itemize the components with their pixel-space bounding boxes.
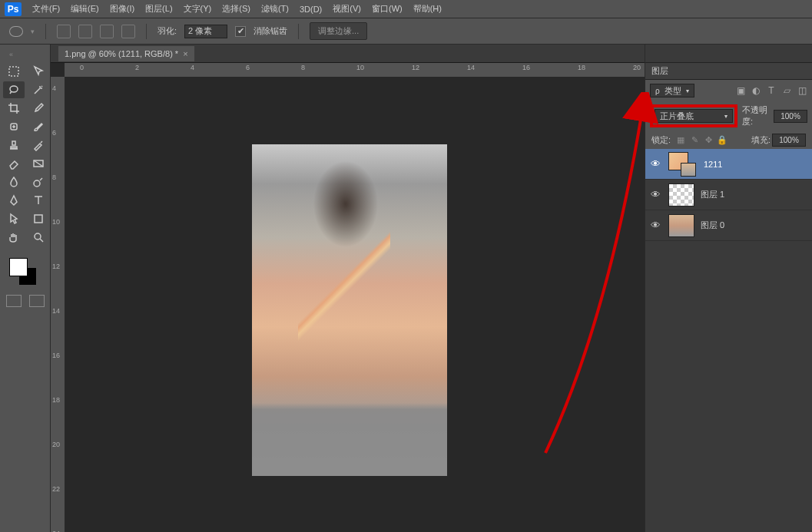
menu-3d[interactable]: 3D(D)	[300, 5, 322, 14]
opacity-input[interactable]	[774, 110, 807, 123]
canvas-image	[252, 144, 447, 476]
type-tool[interactable]	[28, 192, 49, 209]
layer-row[interactable]: 👁 图层 0	[645, 210, 812, 241]
lock-all-icon[interactable]: 🔒	[717, 134, 727, 145]
canvas[interactable]	[65, 77, 645, 532]
hand-tool[interactable]	[3, 229, 25, 246]
selection-add-icon[interactable]	[78, 25, 92, 38]
marquee-tool[interactable]	[3, 63, 25, 80]
menu-help[interactable]: 帮助(H)	[413, 3, 442, 15]
menu-window[interactable]: 窗口(W)	[372, 3, 403, 15]
layer-thumbnail[interactable]	[668, 214, 694, 237]
stamp-tool[interactable]	[3, 137, 25, 154]
layers-panel-title: 图层	[651, 65, 668, 77]
lasso-tool-icon[interactable]	[9, 26, 23, 37]
menu-layer[interactable]: 图层(L)	[145, 3, 172, 15]
refine-edge-button[interactable]: 调整边缘...	[310, 22, 367, 40]
document-tab[interactable]: 1.png @ 60% (1211, RGB/8) * ×	[58, 46, 194, 61]
filter-type-icon[interactable]: T	[766, 85, 777, 96]
ruler-vertical: 4 6 8 10 12 14 16 18 20 22 24	[51, 77, 65, 532]
lock-pixels-icon[interactable]: ✎	[689, 134, 700, 145]
layer-row[interactable]: 👁 图层 1	[645, 180, 812, 210]
menu-select[interactable]: 选择(S)	[222, 3, 250, 15]
blend-mode-dropdown[interactable]: 正片叠底 ▾	[655, 109, 733, 123]
feather-label: 羽化:	[157, 25, 177, 37]
fill-label: 填充:	[751, 134, 771, 146]
chevron-down-icon: ▾	[686, 88, 689, 94]
blend-mode-value: 正片叠底	[660, 111, 694, 122]
move-tool[interactable]	[28, 63, 49, 80]
filter-adjust-icon[interactable]: ◐	[751, 85, 761, 96]
document-tab-title: 1.png @ 60% (1211, RGB/8) *	[65, 49, 178, 58]
ruler-horizontal: 0 2 4 6 8 10 12 14 16 18 20	[65, 63, 645, 77]
screenmode-icon[interactable]	[29, 295, 45, 307]
svg-rect-5	[35, 215, 42, 223]
chevron-down-icon: ▾	[724, 113, 727, 120]
color-swatches	[2, 252, 50, 289]
layers-panel: 图层 ρ 类型 ▾ ▣ ◐ T ▱ ◫ 正片叠底 ▾	[645, 45, 812, 532]
lasso-tool[interactable]	[3, 81, 25, 98]
shape-tool[interactable]	[28, 210, 49, 227]
layer-thumbnail[interactable]	[668, 183, 694, 207]
filter-smart-icon[interactable]: ◫	[797, 85, 807, 96]
crop-tool[interactable]	[3, 100, 25, 117]
menu-image[interactable]: 图像(I)	[110, 3, 134, 15]
feather-input[interactable]	[184, 25, 227, 38]
eyedropper-tool[interactable]	[28, 100, 49, 117]
antialias-label: 消除锯齿	[254, 25, 287, 37]
lock-label: 锁定:	[651, 134, 671, 146]
layer-name[interactable]: 1211	[704, 160, 722, 169]
document-tabbar: 1.png @ 60% (1211, RGB/8) * ×	[51, 45, 645, 63]
history-brush-tool[interactable]	[28, 137, 49, 154]
layer-row[interactable]: 👁 1211	[645, 149, 812, 180]
healing-tool[interactable]	[3, 118, 25, 135]
layers-panel-header[interactable]: 图层	[645, 63, 812, 80]
options-bar: ▾ 羽化: ✔ 消除锯齿 调整边缘...	[0, 18, 812, 45]
menu-edit[interactable]: 编辑(E)	[71, 3, 99, 15]
visibility-icon[interactable]: 👁	[648, 220, 662, 231]
blur-tool[interactable]	[3, 173, 25, 190]
quickmask-icon[interactable]	[6, 295, 22, 307]
filter-shape-icon[interactable]: ▱	[781, 85, 792, 96]
blend-mode-highlight: 正片叠底 ▾	[650, 104, 737, 127]
layer-filter-dropdown[interactable]: ρ 类型 ▾	[650, 84, 694, 97]
selection-subtract-icon[interactable]	[100, 25, 114, 38]
layers-list: 👁 1211 👁 图层 1 👁 图层 0	[645, 149, 812, 532]
svg-point-4	[34, 180, 40, 187]
selection-new-icon[interactable]	[57, 25, 71, 38]
dodge-tool[interactable]	[28, 173, 49, 190]
ps-logo: Ps	[5, 2, 22, 16]
zoom-tool[interactable]	[28, 229, 49, 246]
visibility-icon[interactable]: 👁	[648, 158, 662, 170]
selection-intersect-icon[interactable]	[121, 25, 135, 38]
gradient-tool[interactable]	[28, 155, 49, 172]
layer-thumbnail[interactable]	[668, 152, 698, 177]
toolbox-collapse-icon[interactable]: «	[2, 48, 50, 61]
toolbox: «	[0, 45, 51, 532]
eraser-tool[interactable]	[3, 155, 25, 172]
foreground-color[interactable]	[9, 258, 28, 276]
magic-wand-tool[interactable]	[28, 81, 49, 98]
filter-image-icon[interactable]: ▣	[735, 85, 746, 96]
menu-type[interactable]: 文字(Y)	[184, 3, 212, 15]
fill-input[interactable]	[772, 134, 806, 147]
menu-filter[interactable]: 滤镜(T)	[261, 3, 289, 15]
antialias-checkbox[interactable]: ✔	[235, 26, 246, 37]
close-tab-icon[interactable]: ×	[183, 49, 187, 58]
svg-rect-0	[9, 67, 18, 76]
layer-name[interactable]: 图层 1	[701, 189, 724, 200]
layer-filter-label: 类型	[665, 85, 681, 97]
lock-transparency-icon[interactable]: ▦	[675, 134, 686, 145]
brush-tool[interactable]	[28, 118, 49, 135]
opacity-label: 不透明度:	[742, 104, 772, 127]
lock-position-icon[interactable]: ✥	[703, 134, 714, 145]
menu-bar: Ps 文件(F) 编辑(E) 图像(I) 图层(L) 文字(Y) 选择(S) 滤…	[0, 0, 812, 18]
document-area: 1.png @ 60% (1211, RGB/8) * × 0 2 4 6 8 …	[51, 45, 645, 532]
visibility-icon[interactable]: 👁	[648, 189, 662, 200]
layer-filter-row: ρ 类型 ▾ ▣ ◐ T ▱ ◫	[645, 80, 812, 101]
menu-file[interactable]: 文件(F)	[32, 3, 60, 15]
menu-view[interactable]: 视图(V)	[333, 3, 361, 15]
pen-tool[interactable]	[3, 192, 25, 209]
path-select-tool[interactable]	[3, 210, 25, 227]
layer-name[interactable]: 图层 0	[701, 220, 724, 231]
